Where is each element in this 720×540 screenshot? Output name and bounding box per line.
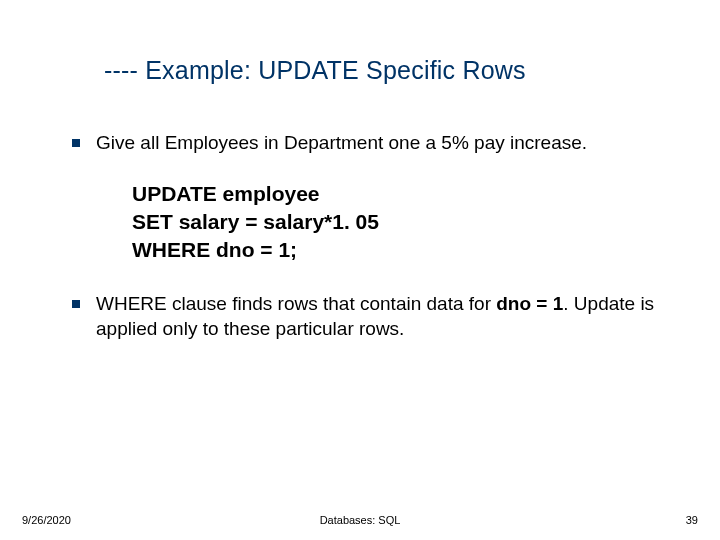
square-bullet-icon <box>72 300 80 308</box>
bullet-item: WHERE clause finds rows that contain dat… <box>72 291 680 342</box>
bullet-text: Give all Employees in Department one a 5… <box>96 130 680 156</box>
slide: ---- Example: UPDATE Specific Rows Give … <box>0 0 720 540</box>
code-line: SET salary = salary*1. 05 <box>132 208 680 236</box>
square-bullet-icon <box>72 139 80 147</box>
bullet-item: Give all Employees in Department one a 5… <box>72 130 680 156</box>
slide-footer: 9/26/2020 Databases: SQL 39 <box>0 506 720 526</box>
footer-title: Databases: SQL <box>0 514 720 526</box>
code-block: UPDATE employee SET salary = salary*1. 0… <box>132 180 680 265</box>
code-line: WHERE dno = 1; <box>132 236 680 264</box>
text-segment: WHERE clause finds rows that contain dat… <box>96 293 496 314</box>
code-line: UPDATE employee <box>132 180 680 208</box>
slide-title: ---- Example: UPDATE Specific Rows <box>104 56 526 85</box>
bold-text: dno = 1 <box>496 293 563 314</box>
slide-body: Give all Employees in Department one a 5… <box>72 130 680 352</box>
footer-page-number: 39 <box>686 514 698 526</box>
bullet-text: WHERE clause finds rows that contain dat… <box>96 291 680 342</box>
